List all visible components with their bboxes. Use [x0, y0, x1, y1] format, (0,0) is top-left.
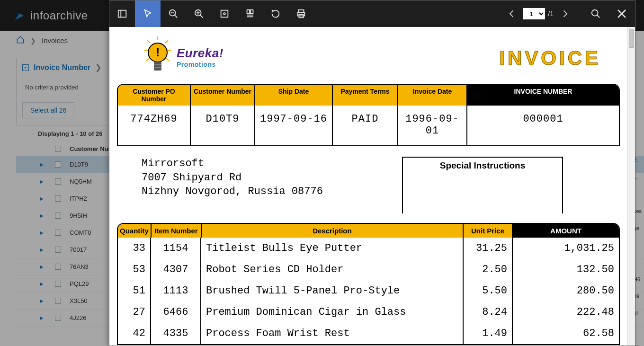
page-total: /1 [548, 10, 554, 18]
li-amount: 132.50 [513, 259, 619, 280]
row-checkbox[interactable] [55, 178, 61, 185]
logo-text-line2: Promotions [177, 61, 224, 68]
li-desc: Brushed Twill 5-Panel Pro-Style [201, 280, 464, 302]
viewer-close-button[interactable] [608, 0, 635, 27]
expand-row-icon[interactable]: ▶ [40, 213, 49, 218]
li-qty: 42 [118, 323, 151, 344]
lh-amt: AMOUNT [513, 224, 619, 238]
meta-head-num: INVOICE NUMBER [467, 85, 619, 106]
svg-line-30 [166, 58, 169, 61]
company-logo: ! Eureka! Promotions [143, 35, 224, 78]
brand-logo-icon [13, 9, 26, 22]
svg-line-8 [200, 15, 203, 18]
expand-row-icon[interactable]: ▶ [40, 315, 49, 320]
meta-head-po: Customer PO Number [118, 85, 191, 106]
line-item-row: 511113Brushed Twill 5-Panel Pro-Style5.5… [118, 280, 619, 302]
breadcrumb-home-icon[interactable] [16, 35, 25, 46]
row-customer-number: 9H5IH [70, 212, 87, 219]
select-all-button[interactable]: Select all 26 [22, 102, 74, 118]
row-checkbox[interactable] [55, 230, 61, 236]
meta-cust: D10T9 [191, 106, 255, 145]
expand-row-icon[interactable]: ▶ [40, 230, 49, 235]
invoice-meta-table: Customer PO Number Customer Number Ship … [117, 84, 620, 146]
expand-row-icon[interactable]: ▶ [40, 298, 49, 303]
brand-name: infoarchive [30, 9, 88, 22]
expand-row-icon[interactable]: ▶ [40, 196, 49, 201]
li-qty: 27 [118, 302, 151, 323]
expand-row-icon[interactable]: ▶ [40, 162, 49, 167]
fit-width-button[interactable] [212, 0, 237, 27]
li-unit: 1.49 [464, 323, 513, 344]
prev-page-button[interactable] [503, 0, 520, 27]
rotate-button[interactable] [263, 0, 288, 27]
line-item-row: 424335Process Foam Wrist Rest1.4962.58 [118, 323, 619, 344]
fit-page-button[interactable] [237, 0, 263, 27]
billing-address: Mirrorsoft 7007 Shipyard Rd Nizhny Novgo… [142, 157, 323, 213]
pointer-tool-button[interactable] [135, 0, 161, 27]
expand-row-icon[interactable]: ▶ [40, 247, 49, 252]
lh-item: Item Number [152, 224, 202, 238]
breadcrumb-page[interactable]: Invoices [42, 36, 68, 44]
filter-collapse-icon[interactable]: ▸ [22, 64, 29, 71]
svg-line-29 [146, 58, 149, 61]
row-checkbox[interactable] [55, 195, 61, 202]
invoice-title: INVOICE [499, 47, 601, 70]
svg-rect-33 [154, 62, 161, 71]
expand-row-icon[interactable]: ▶ [40, 264, 49, 269]
page-select[interactable]: 1 [523, 8, 545, 19]
meta-terms: PAID [333, 106, 398, 145]
row-customer-number: X3L50 [70, 297, 88, 304]
li-item: 1113 [151, 280, 201, 302]
li-desc: Titleist Bulls Eye Putter [201, 238, 464, 259]
li-desc: Premium Dominican Cigar in Glass [201, 302, 464, 323]
row-checkbox[interactable] [55, 247, 61, 253]
row-checkbox[interactable] [55, 161, 61, 168]
meta-head-terms: Payment Terms [333, 85, 398, 106]
logo-text-line1: Eureka! [177, 46, 224, 61]
lightbulb-icon: ! [143, 35, 173, 78]
vertical-scrollbar[interactable] [627, 27, 635, 346]
line-item-row: 534307Robot Series CD Holder2.50132.50 [118, 259, 619, 280]
addr-city: Nizhny Novgorod, Russia 08776 [142, 185, 323, 199]
expand-row-icon[interactable]: ▶ [40, 179, 49, 184]
filter-title[interactable]: Invoice Number [34, 63, 90, 72]
row-checkbox[interactable] [55, 213, 61, 219]
row-customer-number: COMT0 [70, 229, 91, 236]
special-instructions-title: Special Instructions [403, 160, 562, 171]
svg-point-12 [224, 13, 225, 15]
meta-head-ship: Ship Date [255, 85, 333, 106]
viewer-toolbar: 1 /1 [109, 0, 635, 27]
li-unit: 31.25 [464, 238, 513, 259]
li-desc: Process Foam Wrist Rest [201, 323, 464, 344]
meta-date: 1996-09-01 [398, 106, 467, 145]
row-checkbox[interactable] [55, 281, 61, 287]
li-amount: 62.58 [513, 323, 619, 344]
invoice-document: ! Eureka! Promotions INVOICE Custo [109, 27, 627, 345]
viewer-search-button[interactable] [583, 0, 608, 27]
svg-rect-2 [118, 10, 126, 18]
li-amount: 280.50 [513, 280, 619, 302]
svg-point-20 [592, 10, 598, 16]
select-all-checkbox[interactable] [55, 146, 61, 152]
row-checkbox[interactable] [55, 264, 61, 270]
li-qty: 33 [118, 238, 151, 259]
svg-line-26 [165, 40, 168, 43]
next-page-button[interactable] [556, 0, 573, 27]
li-item: 4307 [151, 259, 201, 280]
row-checkbox[interactable] [55, 298, 61, 304]
expand-row-icon[interactable]: ▶ [40, 281, 49, 286]
addr-name: Mirrorsoft [142, 157, 323, 171]
scrollbar-thumb[interactable] [629, 29, 634, 48]
svg-text:!: ! [156, 45, 160, 59]
lh-unit: Unit Price [464, 224, 513, 238]
zoom-out-button[interactable] [161, 0, 186, 27]
row-checkbox[interactable] [55, 315, 61, 321]
document-scroll-area[interactable]: ! Eureka! Promotions INVOICE Custo [109, 27, 635, 346]
svg-rect-11 [221, 10, 228, 18]
sidebar-toggle-button[interactable] [109, 0, 135, 27]
addr-street: 7007 Shipyard Rd [142, 171, 323, 185]
li-unit: 8.24 [464, 302, 513, 323]
row-customer-number: 4J226 [70, 314, 86, 321]
print-button[interactable] [288, 0, 314, 27]
zoom-in-button[interactable] [186, 0, 212, 27]
